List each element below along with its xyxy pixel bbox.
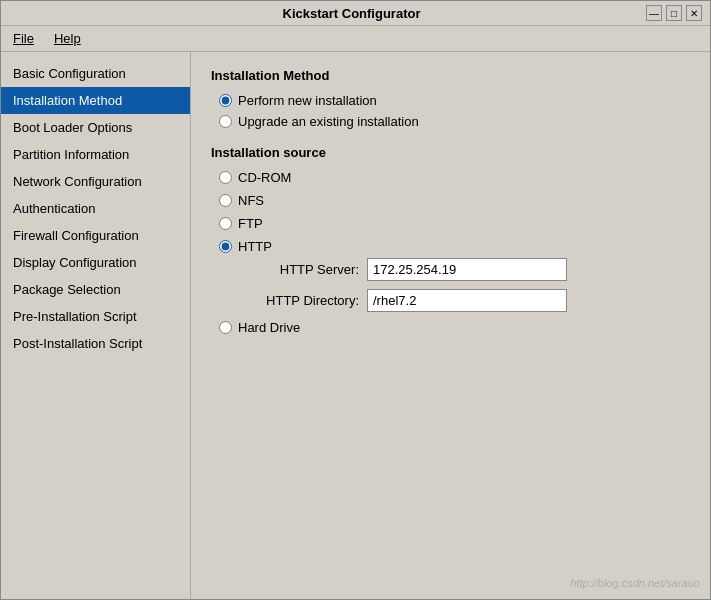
sidebar-item-boot-loader-options[interactable]: Boot Loader Options	[1, 114, 190, 141]
radio-row-upgrade-installation: Upgrade an existing installation	[219, 114, 690, 129]
label-upgrade-installation: Upgrade an existing installation	[238, 114, 419, 129]
label-cdrom: CD-ROM	[238, 170, 291, 185]
label-hard-drive: Hard Drive	[238, 320, 300, 335]
http-section: HTTP HTTP Server: HTTP Directory:	[219, 239, 690, 312]
radio-row-cdrom: CD-ROM	[219, 170, 690, 185]
http-fields: HTTP Server: HTTP Directory:	[249, 258, 690, 312]
window-title: Kickstart Configurator	[57, 6, 646, 21]
sidebar-item-package-selection[interactable]: Package Selection	[1, 276, 190, 303]
sidebar-item-pre-installation-script[interactable]: Pre-Installation Script	[1, 303, 190, 330]
menubar: File Help	[1, 26, 710, 52]
source-options: CD-ROM NFS FTP HTTP	[219, 170, 690, 335]
http-directory-input[interactable]	[367, 289, 567, 312]
http-server-label: HTTP Server:	[249, 262, 359, 277]
radio-upgrade-installation[interactable]	[219, 115, 232, 128]
radio-row-nfs: NFS	[219, 193, 690, 208]
radio-ftp[interactable]	[219, 217, 232, 230]
installation-source-section: Installation source CD-ROM NFS FTP	[211, 145, 690, 335]
maximize-button[interactable]: □	[666, 5, 682, 21]
main-panel: Installation Method Perform new installa…	[191, 52, 710, 599]
sidebar-item-authentication[interactable]: Authentication	[1, 195, 190, 222]
sidebar: Basic Configuration Installation Method …	[1, 52, 191, 599]
sidebar-item-installation-method[interactable]: Installation Method	[1, 87, 190, 114]
label-new-installation: Perform new installation	[238, 93, 377, 108]
radio-nfs[interactable]	[219, 194, 232, 207]
radio-hard-drive[interactable]	[219, 321, 232, 334]
sidebar-item-post-installation-script[interactable]: Post-Installation Script	[1, 330, 190, 357]
watermark: http://blog.csdn.net/sarauo	[570, 577, 700, 589]
menu-help[interactable]: Help	[50, 29, 85, 48]
menu-file[interactable]: File	[9, 29, 38, 48]
content-area: Basic Configuration Installation Method …	[1, 52, 710, 599]
http-server-input[interactable]	[367, 258, 567, 281]
http-directory-row: HTTP Directory:	[249, 289, 690, 312]
label-ftp: FTP	[238, 216, 263, 231]
titlebar: Kickstart Configurator — □ ✕	[1, 1, 710, 26]
radio-http[interactable]	[219, 240, 232, 253]
installation-source-title: Installation source	[211, 145, 690, 160]
radio-row-http: HTTP	[219, 239, 690, 254]
close-button[interactable]: ✕	[686, 5, 702, 21]
radio-cdrom[interactable]	[219, 171, 232, 184]
sidebar-item-partition-information[interactable]: Partition Information	[1, 141, 190, 168]
radio-new-installation[interactable]	[219, 94, 232, 107]
radio-row-ftp: FTP	[219, 216, 690, 231]
label-nfs: NFS	[238, 193, 264, 208]
window-controls: — □ ✕	[646, 5, 702, 21]
installation-method-options: Perform new installation Upgrade an exis…	[219, 93, 690, 129]
main-window: Kickstart Configurator — □ ✕ File Help B…	[0, 0, 711, 600]
radio-row-hard-drive: Hard Drive	[219, 320, 690, 335]
http-server-row: HTTP Server:	[249, 258, 690, 281]
minimize-button[interactable]: —	[646, 5, 662, 21]
radio-row-new-installation: Perform new installation	[219, 93, 690, 108]
sidebar-item-display-configuration[interactable]: Display Configuration	[1, 249, 190, 276]
sidebar-item-basic-configuration[interactable]: Basic Configuration	[1, 60, 190, 87]
installation-method-title: Installation Method	[211, 68, 690, 83]
sidebar-item-firewall-configuration[interactable]: Firewall Configuration	[1, 222, 190, 249]
http-directory-label: HTTP Directory:	[249, 293, 359, 308]
label-http: HTTP	[238, 239, 272, 254]
sidebar-item-network-configuration[interactable]: Network Configuration	[1, 168, 190, 195]
